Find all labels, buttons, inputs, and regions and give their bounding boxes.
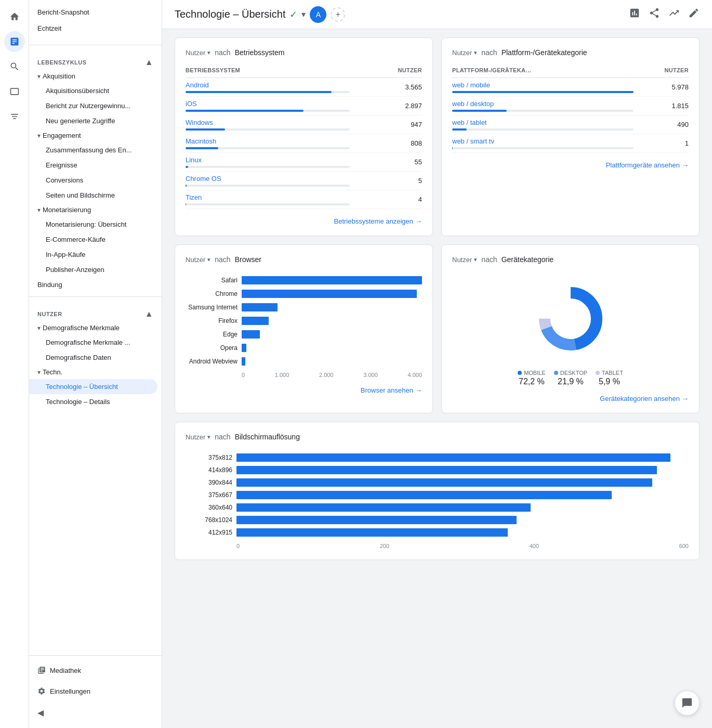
nav-inapp-kaufe[interactable]: In-App-Käufe	[29, 247, 162, 262]
chart-view-icon[interactable]	[629, 7, 640, 21]
card3-metric-dropdown[interactable]: ▾	[207, 256, 210, 263]
browser-bar-track	[242, 317, 422, 325]
status-check-icon: ✓	[289, 9, 297, 20]
page-title: Technologie – Übersicht	[175, 8, 285, 20]
tablet-legend-label: TABLET	[602, 370, 623, 376]
nav-technologie-ubersicht[interactable]: Technologie – Übersicht	[29, 379, 157, 394]
card4-metric: Nutzer	[452, 256, 472, 264]
resolution-bar-fill	[236, 478, 652, 487]
browser-label: Safari	[186, 277, 238, 284]
explore-icon-btn[interactable]	[4, 56, 25, 77]
nav-technologie-details[interactable]: Technologie – Details	[29, 394, 162, 409]
nav-settings[interactable]: Einstellungen	[29, 681, 162, 701]
engagement-label: Engagement	[43, 132, 81, 139]
list-item: Samsung Internet	[186, 303, 422, 311]
nav-ereignisse[interactable]: Ereignisse	[29, 158, 162, 173]
card5-dimension: Bildschirmauflösung	[235, 433, 300, 441]
nav-bindung[interactable]: Bindung	[29, 277, 162, 292]
card5-metric-dropdown[interactable]: ▾	[207, 434, 210, 440]
configure-icon-btn[interactable]	[4, 106, 25, 127]
resolution-label: 414x896	[186, 466, 232, 474]
lifecycle-chevron[interactable]: ▲	[145, 58, 153, 67]
resolution-bar-track	[236, 491, 689, 499]
edit-icon[interactable]	[688, 7, 700, 21]
nav-conversions[interactable]: Conversions	[29, 173, 162, 188]
cards-row-2: Nutzer ▾ nach Browser Safari Chrome Sams…	[175, 244, 700, 413]
nav-mediathek[interactable]: Mediathek	[29, 660, 162, 681]
nav-sidebar: Bericht-Snapshot Echtzeit Lebenszyklus ▲…	[29, 0, 162, 728]
nav-top-section: Bericht-Snapshot Echtzeit	[29, 4, 162, 41]
card1-nach: nach	[215, 48, 230, 57]
resolution-bar-track	[236, 453, 689, 462]
browser-label: Android Webview	[186, 358, 238, 365]
nav-monetarisierung-ubersicht[interactable]: Monetarisierung: Übersicht	[29, 217, 162, 232]
table-row: web / smart tv 1	[452, 134, 689, 153]
table-row: web / mobile 5.978	[452, 78, 689, 97]
demografische-label: Demografische Merkmale	[43, 324, 120, 332]
list-item: 360x640	[186, 503, 689, 512]
avatar[interactable]: A	[310, 6, 326, 23]
nav-echtzeit[interactable]: Echtzeit	[29, 20, 162, 36]
add-view-button[interactable]: +	[331, 7, 345, 22]
mobile-legend-value: 72,2 %	[519, 377, 545, 386]
title-dropdown-arrow[interactable]: ▾	[301, 9, 306, 19]
nav-neue-zugriffe[interactable]: Neu generierte Zugriffe	[29, 113, 162, 128]
browser-bar-track	[242, 303, 422, 311]
nav-demografische-merkmale[interactable]: Demografische Merkmale ...	[29, 335, 162, 350]
settings-label: Einstellungen	[50, 687, 90, 695]
demografische-arrow: ▾	[37, 324, 41, 332]
card2-link[interactable]: Plattformgeräte ansehen →	[452, 161, 689, 169]
card4-metric-dropdown[interactable]: ▾	[474, 256, 477, 263]
akquisition-group[interactable]: ▾ Akquisition	[29, 69, 162, 83]
card3-link[interactable]: Browser ansehen →	[186, 386, 422, 394]
browser-label: Firefox	[186, 317, 238, 324]
browser-bar-fill	[242, 357, 245, 366]
browser-label: Chrome	[186, 290, 238, 297]
nav-ecommerce-kaufe[interactable]: E-Commerce-Käufe	[29, 232, 162, 247]
user-chevron[interactable]: ▲	[145, 309, 153, 319]
os-value: 5	[350, 172, 422, 190]
header-left: Technologie – Übersicht ✓ ▾ A +	[175, 6, 345, 23]
card4-link[interactable]: Gerätekategorien ansehen →	[452, 395, 689, 402]
legend-mobile: MOBILE 72,2 %	[518, 370, 546, 386]
nav-demografische-daten[interactable]: Demografische Daten	[29, 350, 162, 365]
resolution-bar-fill	[236, 453, 670, 462]
browser-bar-track	[242, 290, 422, 298]
card1-metric-dropdown[interactable]: ▾	[207, 49, 210, 56]
advertising-icon-btn[interactable]	[4, 81, 25, 102]
resolution-label: 412x915	[186, 529, 232, 536]
nav-engagement-zusammenfassung[interactable]: Zusammenfassung des En...	[29, 142, 162, 158]
card1-header: Nutzer ▾ nach Betriebssystem	[186, 48, 422, 57]
desktop-legend-value: 21,9 %	[558, 377, 584, 386]
nav-nutzergewinnung[interactable]: Bericht zur Nutzergewinnu...	[29, 98, 162, 113]
engagement-group[interactable]: ▾ Engagement	[29, 128, 162, 142]
technik-group[interactable]: ▾ Techn.	[29, 365, 162, 379]
browser-bar-fill	[242, 330, 260, 339]
card1-col2: NUTZER	[350, 65, 422, 78]
table-row: Windows 947	[186, 115, 422, 134]
reports-icon-btn[interactable]	[4, 31, 25, 52]
platform-value: 5.978	[634, 78, 689, 97]
card1-link[interactable]: Betriebssysteme anzeigen →	[186, 217, 422, 225]
monetarisierung-arrow: ▾	[37, 206, 41, 214]
chat-fab[interactable]	[675, 691, 700, 716]
trending-icon[interactable]	[668, 7, 680, 21]
nav-publisher-anzeigen[interactable]: Publisher-Anzeigen	[29, 262, 162, 277]
card-screen-resolution: Nutzer ▾ nach Bildschirmauflösung 375x81…	[175, 422, 700, 560]
os-value: 947	[350, 115, 422, 134]
monetarisierung-group[interactable]: ▾ Monetarisierung	[29, 203, 162, 217]
home-icon-btn[interactable]	[4, 6, 25, 27]
demografische-group[interactable]: ▾ Demografische Merkmale	[29, 321, 162, 335]
list-item: Safari	[186, 276, 422, 284]
card2-metric-dropdown[interactable]: ▾	[474, 49, 477, 56]
resolution-label: 375x667	[186, 491, 232, 499]
nav-bericht-snapshot[interactable]: Bericht-Snapshot	[29, 4, 162, 20]
settings-icon	[37, 687, 46, 695]
browser-bar-track	[242, 357, 422, 366]
header-right	[629, 7, 700, 21]
os-value: 55	[350, 153, 422, 172]
share-icon[interactable]	[649, 7, 660, 21]
collapse-btn[interactable]: ◀	[29, 701, 162, 724]
nav-akquisitionsubersicht[interactable]: Akquisitionsübersicht	[29, 83, 162, 98]
nav-seiten-bildschirme[interactable]: Seiten und Bildschirme	[29, 188, 162, 203]
